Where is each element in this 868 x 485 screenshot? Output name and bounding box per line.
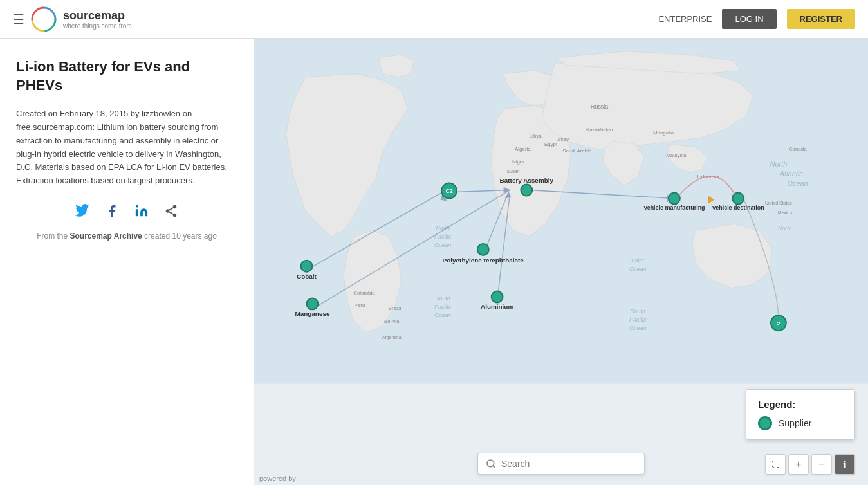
svg-text:Saudi Arabia: Saudi Arabia [562,148,592,154]
svg-text:Malaysia: Malaysia [666,152,687,158]
svg-text:Atlantic: Atlantic [779,170,803,178]
svg-point-58 [477,244,489,255]
svg-line-6 [169,208,173,210]
svg-text:Brazil: Brazil [389,306,402,311]
legend-supplier-dot [758,416,772,430]
svg-text:Indian: Indian [630,257,645,264]
login-button[interactable]: LOG IN [722,9,776,29]
svg-text:Niger: Niger [512,159,524,165]
map-controls: ⛶ + − ℹ [765,454,855,475]
svg-text:Vehicle destination: Vehicle destination [712,205,764,211]
legend-supplier: Supplier [758,416,843,430]
svg-text:Kazakhstan: Kazakhstan [586,127,613,133]
sidebar: Li-ion Battery for EVs and PHEVs Created… [0,39,254,485]
svg-text:Mongolia: Mongolia [653,130,674,136]
main-layout: Li-ion Battery for EVs and PHEVs Created… [0,39,868,485]
svg-point-66 [669,192,680,204]
facebook-icon[interactable] [102,201,122,221]
svg-text:Ocean: Ocean [434,312,451,318]
svg-point-2 [173,205,177,209]
svg-text:Colombia: Colombia [353,290,375,296]
twitter-icon[interactable] [72,201,93,221]
svg-text:Ocean: Ocean [788,179,808,187]
zoom-out-button[interactable]: − [811,454,832,475]
fullscreen-button[interactable]: ⛶ [765,454,786,475]
svg-text:Pacific: Pacific [434,304,452,310]
svg-text:Polyethylene terephthalate: Polyethylene terephthalate [443,257,524,264]
svg-text:2: 2 [777,320,780,327]
svg-point-68 [732,192,744,204]
search-bar[interactable] [477,453,645,475]
powered-by: powered by [254,475,296,482]
logo-tagline: where things come from [63,23,132,30]
search-icon [486,459,496,469]
svg-point-56 [306,298,318,309]
svg-point-54 [301,261,313,272]
svg-text:North: North [778,225,792,232]
svg-text:South: South [435,295,450,302]
svg-text:Ocean: Ocean [629,325,646,331]
header: ☰ sourcemap where things come from ENTER… [0,0,868,39]
archive-text: From the Sourcemap Archive created 10 ye… [16,232,237,241]
search-input[interactable] [501,459,636,469]
logo-text: sourcemap where things come from [63,9,132,30]
svg-text:Pacific: Pacific [629,316,647,323]
legend: Legend: Supplier [746,389,855,440]
svg-text:Peru: Peru [355,302,365,308]
info-button[interactable]: ℹ [835,454,855,475]
linkedin-icon[interactable] [131,201,152,221]
svg-text:North: North [770,160,788,168]
page-title: Li-ion Battery for EVs and PHEVs [16,58,237,95]
svg-line-74 [493,466,495,468]
header-right: ENTERPRISE LOG IN REGISTER [658,9,855,29]
legend-supplier-label: Supplier [779,418,811,428]
svg-text:Egypt: Egypt [544,142,558,147]
svg-text:Aluminium: Aluminium [481,303,513,310]
svg-text:Algeria: Algeria [515,146,531,152]
enterprise-link[interactable]: ENTERPRISE [658,14,712,24]
svg-text:Sudan: Sudan [506,169,519,174]
svg-text:Vehicle manufacturing: Vehicle manufacturing [643,205,705,211]
svg-text:South: South [631,308,645,315]
logo-icon [31,6,57,32]
svg-text:Russia: Russia [591,104,608,110]
world-map: North Atlantic Ocean North North Pacific… [254,39,868,384]
svg-text:United States: United States [765,201,792,205]
svg-point-60 [492,291,503,303]
svg-text:Manganese: Manganese [295,310,330,317]
svg-text:Libya: Libya [530,133,542,139]
register-button[interactable]: REGISTER [787,9,855,29]
logo-name: sourcemap [63,9,132,23]
svg-text:C2: C2 [445,188,452,194]
description: Created on February 18, 2015 by lizzbowl… [16,107,237,188]
svg-text:Ocean: Ocean [434,242,451,248]
svg-text:Cobalt: Cobalt [297,273,317,280]
svg-line-5 [169,212,173,214]
menu-icon[interactable]: ☰ [13,12,24,27]
zoom-in-button[interactable]: + [788,454,809,475]
header-left: ☰ sourcemap where things come from [13,6,132,32]
map-area[interactable]: North Atlantic Ocean North North Pacific… [254,39,868,485]
svg-point-4 [173,214,177,217]
svg-text:Argentina: Argentina [382,335,402,340]
svg-point-3 [166,209,170,213]
share-icon[interactable] [161,201,181,221]
svg-text:Bolivia: Bolivia [384,318,400,324]
social-icons [16,201,237,221]
svg-text:Ocean: Ocean [629,266,646,272]
svg-text:Canada: Canada [789,146,807,152]
legend-title: Legend: [758,399,843,410]
svg-text:Battery Assembly: Battery Assembly [500,177,554,184]
svg-point-64 [521,185,532,196]
svg-text:Mexico: Mexico [778,210,792,215]
svg-point-1 [136,205,138,208]
archive-link[interactable]: Sourcemap Archive [70,232,142,241]
